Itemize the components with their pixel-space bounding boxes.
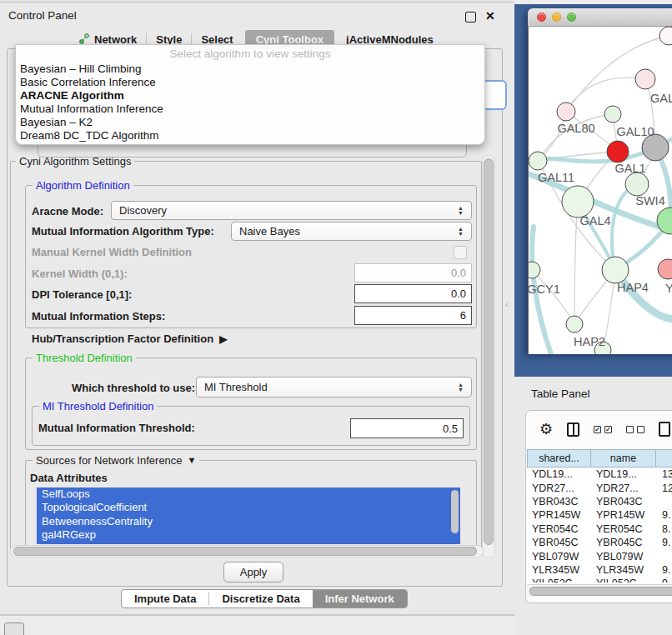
algorithm-option[interactable]: Dream8 DC_TDC Algorithm <box>18 129 484 142</box>
kernel-width-label: Kernel Width (0,1): <box>32 268 128 280</box>
table-row[interactable]: YBR045CYBR045C9. <box>527 536 672 549</box>
float-panel-button[interactable] <box>465 12 476 22</box>
apply-button[interactable]: Apply <box>223 562 283 582</box>
which-threshold-combo[interactable]: MI Threshold ▲▼ <box>196 377 472 398</box>
network-node[interactable] <box>566 316 583 332</box>
algorithm-option[interactable]: ARACNE Algorithm <box>18 89 484 102</box>
network-node[interactable] <box>529 152 547 170</box>
table-row[interactable]: YIL052CYIL052C9. <box>527 577 672 582</box>
table-row[interactable]: YDR27...YDR27...12 <box>527 481 672 494</box>
tab-infer-network[interactable]: Infer Network <box>313 590 407 608</box>
network-node[interactable] <box>607 141 629 162</box>
table-cell: 12 <box>657 482 672 494</box>
network-canvas[interactable]: GALGAL80GAL10GAL1GAL11SWI4GAL4GCY1HAP4YH… <box>528 27 672 354</box>
table-cell: YIL052C <box>591 578 657 582</box>
data-attributes-list[interactable]: SelfLoopsTopologicalCoefficientBetweenne… <box>37 488 460 544</box>
dpi-tolerance-label: DPI Tolerance [0,1]: <box>32 288 132 301</box>
network-window-titlebar[interactable] <box>528 8 672 27</box>
network-graph: GALGAL80GAL10GAL1GAL11SWI4GAL4GCY1HAP4YH… <box>529 27 672 354</box>
stepper-arrows-icon: ▲▼ <box>458 206 464 216</box>
algorithm-option[interactable]: Basic Correlation Inference <box>18 76 484 89</box>
table-row[interactable]: YLR345WYLR345W9. <box>527 563 672 577</box>
minimize-window-icon[interactable] <box>552 12 561 22</box>
data-attribute-item[interactable]: BetweennessCentrality <box>37 515 460 528</box>
settings-vertical-scrollbar[interactable] <box>482 155 495 558</box>
network-node[interactable] <box>529 262 540 278</box>
network-node[interactable] <box>604 106 621 122</box>
mi-type-combo[interactable]: Naive Bayes ▲▼ <box>231 222 472 241</box>
data-attribute-item[interactable]: gal4RGexp <box>37 528 460 542</box>
group-title: MI Threshold Definition <box>39 400 157 412</box>
panel-title: Control Panel <box>8 9 77 22</box>
network-node[interactable] <box>625 172 649 196</box>
table-cell: YDL19... <box>527 468 591 480</box>
zoom-window-icon[interactable] <box>567 12 576 22</box>
tab-discretize-data[interactable]: Discretize Data <box>209 590 312 608</box>
network-node[interactable] <box>657 208 672 234</box>
aracne-mode-combo[interactable]: Discovery ▲▼ <box>111 201 472 220</box>
tab-impute-data[interactable]: Impute Data <box>122 590 208 608</box>
algorithm-option[interactable]: Bayesian – Hill Climbing <box>18 62 484 76</box>
network-node-label: Y <box>665 282 672 295</box>
columns-icon[interactable] <box>567 422 579 437</box>
control-panel: Control Panel ✕ Network Style Select Cyn… <box>0 0 514 616</box>
network-node[interactable] <box>659 27 672 45</box>
table-row[interactable]: YBL079WYBL079W <box>527 549 672 562</box>
network-node-label: HAP2 <box>574 335 605 348</box>
network-node-label: GAL80 <box>557 122 594 135</box>
aracne-mode-label: Aracne Mode: <box>32 205 103 218</box>
algorithm-option[interactable]: Mutual Information Inference <box>18 102 484 116</box>
list-scrollbar[interactable] <box>451 490 459 533</box>
network-node[interactable] <box>562 186 594 218</box>
mi-threshold-label: Mutual Information Threshold: <box>38 422 195 434</box>
table-row[interactable]: YBR043CYBR043C <box>527 495 672 508</box>
collapse-down-icon[interactable]: ▼ <box>188 454 197 467</box>
data-attribute-item[interactable]: SelfLoops <box>37 488 460 501</box>
network-node-label: HAP4 <box>617 281 649 294</box>
table-horizontal-scrollbar[interactable] <box>527 584 672 597</box>
close-icon[interactable]: ✕ <box>485 9 495 22</box>
table-cell: YLR345W <box>527 564 591 576</box>
table-row[interactable]: YPR145WYPR145W9. <box>527 508 672 522</box>
network-node[interactable] <box>635 69 655 89</box>
close-window-icon[interactable] <box>537 12 546 22</box>
algorithm-option[interactable]: Bayesian – K2 <box>18 116 484 129</box>
manual-kernel-checkbox[interactable] <box>454 246 467 259</box>
column-header-name[interactable]: name <box>590 449 656 468</box>
panel-splitter-handle[interactable]: ‹ <box>505 300 508 309</box>
kernel-width-field[interactable]: 0.0 <box>354 263 472 282</box>
table-row[interactable]: YDL19...YDL19...13 <box>527 468 672 481</box>
unchecked-boxes-icon[interactable] <box>626 426 644 433</box>
column-header-shared-name[interactable]: shared... <box>527 449 591 468</box>
network-node[interactable] <box>658 259 672 279</box>
dpi-tolerance-field[interactable]: 0.0 <box>354 284 472 303</box>
mi-type-label: Mutual Information Algorithm Type: <box>32 225 214 238</box>
table-cell: YDR27... <box>527 482 591 494</box>
table-cell: YPR145W <box>527 509 591 521</box>
network-node-label: GAL11 <box>538 171 574 184</box>
table-cell: YLR345W <box>591 564 657 576</box>
table-panel-title: Table Panel <box>531 388 590 400</box>
mi-threshold-field[interactable]: 0.5 <box>350 418 464 438</box>
data-attribute-item[interactable]: TopologicalCoefficient <box>37 501 460 514</box>
function-builder-icon[interactable] <box>659 422 670 437</box>
network-edge <box>574 202 578 324</box>
table-toolbar: ⚙ ✓✓ <box>526 411 672 448</box>
hub-definition-toggle[interactable]: Hub/Transcription Factor Definition ▶ <box>32 332 227 345</box>
group-title: Sources for Network Inference ▼ <box>33 454 199 467</box>
control-panel-top-border <box>0 2 514 2</box>
table-row[interactable]: YER054CYER054C8. <box>527 522 672 536</box>
minimized-panel-icon[interactable] <box>4 622 24 635</box>
gear-icon[interactable]: ⚙ <box>539 420 553 438</box>
table-cell: 9. <box>657 537 672 548</box>
mi-steps-field[interactable]: 6 <box>354 306 472 325</box>
network-node[interactable] <box>602 257 629 283</box>
settings-horizontal-scrollbar[interactable] <box>10 545 484 558</box>
table-cell: 9. <box>657 564 672 576</box>
network-window: GALGAL80GAL10GAL1GAL11SWI4GAL4GCY1HAP4YH… <box>528 8 672 353</box>
checked-boxes-icon[interactable]: ✓✓ <box>594 426 612 433</box>
column-header-clipped[interactable] <box>655 449 672 468</box>
network-node[interactable] <box>557 102 575 121</box>
table-cell: YER054C <box>527 523 591 535</box>
network-node-label: SWI4 <box>635 194 664 208</box>
